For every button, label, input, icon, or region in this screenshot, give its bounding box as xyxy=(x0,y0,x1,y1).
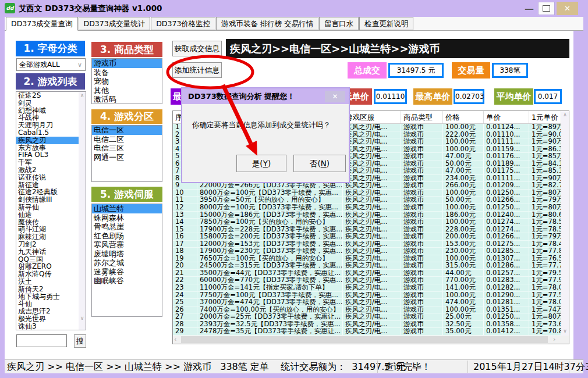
tab[interactable]: 游戏币装备 排行榜 交易行情 xyxy=(216,17,318,30)
table-row[interactable]: 1315000万金=186元【DD373零手续费，实惠...疾风之刃/电...游… xyxy=(173,212,561,219)
type-list-item[interactable]: 激活码 xyxy=(92,95,162,104)
game-list-item[interactable]: 射雕ZERO xyxy=(16,263,86,270)
zone-list-item[interactable]: 电信二区 xyxy=(92,135,162,144)
table-row[interactable]: 128000万金=100元【DD373零手续费，实惠...疾风之刃/电...游戏… xyxy=(173,204,561,212)
add-statistics-button[interactable]: 添加统计信息 xyxy=(172,62,222,78)
type-list-item[interactable]: 装备 xyxy=(92,68,162,77)
game-list-item[interactable]: 斗仙 xyxy=(16,300,86,308)
game-list-item[interactable]: 成吉思汗2 xyxy=(16,308,86,315)
table-hscrollbar[interactable]: ‹ › xyxy=(173,336,569,344)
server-list-item[interactable]: 苏尔之城 xyxy=(92,258,162,268)
type-list-item[interactable]: 宠物 xyxy=(92,77,162,86)
table-row[interactable]: 292478万金=35元【DD373零手续费，实惠让...疾风之刃/电...游戏… xyxy=(173,328,561,336)
game-list-item[interactable]: 诛仙3 xyxy=(16,323,86,330)
table-row[interactable]: 1712000万金=153元【DD373零手续费，实惠...疾风之刃/电...游… xyxy=(173,241,561,248)
scroll-down-icon[interactable]: ∨ xyxy=(79,315,86,322)
game-list-item[interactable]: 天涯明月刀 xyxy=(16,122,86,129)
column-header[interactable]: 1元单价 xyxy=(529,111,561,123)
server-list-item[interactable]: 山城兰特 xyxy=(92,204,162,213)
game-list-item[interactable]: 诺亚传说 xyxy=(16,174,86,181)
game-list-item[interactable]: 新倚天2 xyxy=(16,286,86,293)
table-row[interactable]: 282393万金=32.5元【DD373零手续费，实惠...疾风之刃/电...游… xyxy=(173,321,561,329)
zone-list-item[interactable]: 电信三区 xyxy=(92,144,162,153)
table-row[interactable]: 1517900万金=228元【DD373零手续费，实惠...疾风之刃/电...游… xyxy=(173,226,561,234)
scroll-left-icon[interactable]: ‹ xyxy=(174,336,176,343)
type-list-item[interactable]: 其他 xyxy=(92,86,162,95)
game-list-item[interactable]: 东方故事 xyxy=(16,144,86,152)
table-row[interactable]: 197650万金=100元【买的放心，用的安心】疾风之刃/电...游戏币100.… xyxy=(173,255,561,263)
server-list-item[interactable]: 骨鸣悬崖 xyxy=(92,222,162,231)
server-list-item[interactable]: 红色剧场 xyxy=(92,231,162,241)
fetch-deals-button[interactable]: 获取成交信息 xyxy=(172,41,222,56)
game-list-item[interactable]: 地下城与勇士 xyxy=(16,293,86,301)
server-list-item[interactable]: 幽眠峡谷 xyxy=(92,276,162,286)
table-row[interactable]: 213500万金=44元【DD373零手续费，实惠让...疾风之刃/电...游戏… xyxy=(173,270,561,277)
game-list-item[interactable]: Cabal1.5 xyxy=(16,129,86,137)
column-header[interactable]: 商品类型 xyxy=(401,111,443,123)
zone-list-item[interactable]: 网通一区 xyxy=(92,153,162,162)
table-row[interactable]: 2260000万金=770元【DD373零手续费，实惠...疾风之刃/电...游… xyxy=(173,277,561,284)
dialog-no-button[interactable]: 否(N) xyxy=(293,155,346,172)
tab[interactable]: DD373价格监控 xyxy=(151,17,215,30)
table-row[interactable]: 2537000万金=474元【DD373零手续费，实惠...疾风之刃/电...游… xyxy=(173,299,561,306)
table-row[interactable]: 113950万金=50元【买的放心，用的安心】疾风之刃/电...游戏币50.00… xyxy=(173,197,561,204)
game-list-item[interactable]: 斗战神 xyxy=(16,114,86,122)
maximize-button[interactable] xyxy=(538,2,555,15)
server-list-item[interactable]: 寒风营寨 xyxy=(92,240,162,249)
server-list-item[interactable]: 迷雾峡谷 xyxy=(92,268,162,277)
scroll-up-icon[interactable]: ∧ xyxy=(561,111,569,119)
table-row[interactable]: 267400万金=100.00元【买的放心，用的安心】疾风之刃/电...游戏币1… xyxy=(173,306,561,314)
game-list-item[interactable]: QQ三国 xyxy=(16,256,86,263)
scroll-right-icon[interactable]: › xyxy=(553,336,555,343)
column-header[interactable]: 价格 xyxy=(443,111,484,123)
game-list-item[interactable]: 千军 xyxy=(16,159,86,166)
game-list-item[interactable]: 萌斗江湖 xyxy=(16,226,86,233)
dialog-close-button[interactable]: ✕ xyxy=(325,91,345,102)
game-list-item[interactable]: 疾风之刃 xyxy=(16,137,86,144)
game-list-scrollbar[interactable]: ∧ ∨ xyxy=(79,92,86,330)
game-list-item[interactable]: 仙途 xyxy=(16,211,86,219)
game-list-item[interactable]: 激战2 xyxy=(16,166,86,174)
game-list-item[interactable]: 麻辣江湖 xyxy=(16,233,86,241)
game-list-item[interactable]: 九天神话 xyxy=(16,248,86,256)
table-row[interactable]: 247750万金=100元【DD373零手续费，实惠...疾风之刃/电...游戏… xyxy=(173,292,561,299)
game-list-item[interactable]: 新征途 xyxy=(16,181,86,189)
table-row[interactable]: 922000万金=266元【DD373零手续费，实惠...疾风之刃/电...游戏… xyxy=(173,182,561,190)
server-list-item[interactable]: 废墟哨塔 xyxy=(92,249,162,259)
game-list-item[interactable]: 魔侠传 xyxy=(16,219,86,226)
dialog-yes-button[interactable]: 是(Y) xyxy=(236,155,286,172)
table-row[interactable]: 272000万金=25元【DD373零手续费，实惠让...疾风之刃/电...游戏… xyxy=(173,313,561,321)
column-header[interactable]: 游戏区服 xyxy=(343,111,401,123)
game-list-item[interactable]: 沃土 xyxy=(16,278,86,286)
scroll-down-icon[interactable]: ∨ xyxy=(561,327,569,334)
zone-list-item[interactable]: 电信一区 xyxy=(92,126,162,135)
column-header[interactable]: 单价 xyxy=(484,111,529,123)
table-row[interactable]: 108000万金=100元【DD373零手续费，实惠...疾风之刃/电...游戏… xyxy=(173,190,561,197)
tab[interactable]: DD373成交量统计 xyxy=(79,17,151,30)
search-button[interactable]: 搜 xyxy=(74,334,86,348)
table-row[interactable]: 1615800万金=200元【DD373零手续费，实惠...疾风之刃/电...游… xyxy=(173,233,561,241)
table-vscrollbar[interactable]: ∧ ∨ xyxy=(561,111,569,336)
tab[interactable]: 检查更新说明 xyxy=(359,17,413,30)
type-list-item[interactable]: 游戏币 xyxy=(92,59,162,68)
game-list-item[interactable]: 剑灵 xyxy=(16,99,86,107)
letter-filter-dropdown[interactable]: 全部游戏ALL ∨ xyxy=(16,58,86,71)
game-list-item[interactable]: 刀剑2 xyxy=(16,241,86,248)
game-list-item[interactable]: 剑侠情缘III xyxy=(16,196,86,204)
game-list-item[interactable]: 极光世界 xyxy=(16,315,86,323)
game-list-item[interactable]: 幻想神域 xyxy=(16,107,86,115)
tab[interactable]: 留言口水 xyxy=(319,17,359,30)
game-list-item[interactable]: 征途2S xyxy=(16,92,86,99)
close-button[interactable]: ✕ xyxy=(557,2,578,15)
table-row[interactable]: 1817900万金=230元【DD373零手续费，实惠...疾风之刃/电...游… xyxy=(173,248,561,255)
scroll-up-icon[interactable]: ∧ xyxy=(79,92,86,99)
game-list-item[interactable]: 征途2经典版 xyxy=(16,188,86,196)
server-list-item[interactable]: 蛛网森林 xyxy=(92,213,162,223)
search-input[interactable] xyxy=(16,334,67,347)
game-list-item[interactable]: FIFA OL3 xyxy=(16,151,86,159)
game-list-item[interactable]: 新水浒Q传 xyxy=(16,270,86,278)
hscroll-thumb[interactable] xyxy=(181,336,548,343)
minimize-button[interactable]: — xyxy=(523,6,535,13)
table-row[interactable]: 2311000万金=141元【指定买家,请勿下单】疾风之刃/电...游戏币141… xyxy=(173,284,561,292)
table-row[interactable]: 2024500万金=315元【DD373零手续费，实惠...疾风之刃/电...游… xyxy=(173,262,561,270)
